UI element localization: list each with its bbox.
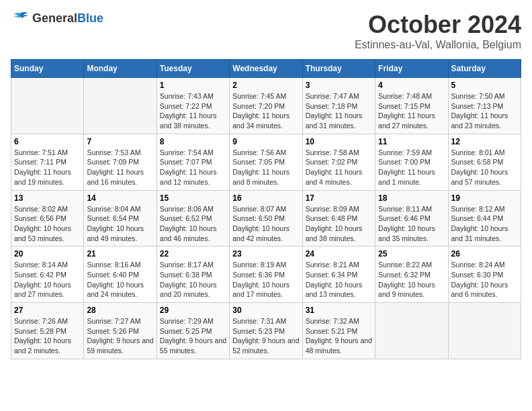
day-number: 10 bbox=[306, 137, 372, 146]
day-sunset: Sunset: 7:09 PM bbox=[87, 158, 139, 166]
day-daylight: Daylight: 10 hours and 53 minutes. bbox=[14, 224, 71, 242]
day-sunrise: Sunrise: 7:56 AM bbox=[232, 148, 286, 156]
calendar-week-row: 6 Sunrise: 7:51 AM Sunset: 7:11 PM Dayli… bbox=[11, 134, 521, 190]
day-daylight: Daylight: 10 hours and 27 minutes. bbox=[14, 281, 71, 299]
day-sunset: Sunset: 6:56 PM bbox=[14, 214, 66, 222]
day-number: 31 bbox=[306, 306, 372, 315]
day-sunset: Sunset: 6:36 PM bbox=[232, 271, 285, 279]
day-sunset: Sunset: 6:48 PM bbox=[306, 214, 358, 222]
table-row bbox=[11, 78, 84, 134]
day-sunrise: Sunrise: 7:48 AM bbox=[378, 92, 432, 100]
table-row: 28 Sunrise: 7:27 AM Sunset: 5:26 PM Dayl… bbox=[84, 303, 157, 359]
day-sunrise: Sunrise: 8:16 AM bbox=[87, 261, 140, 269]
day-daylight: Daylight: 10 hours and 49 minutes. bbox=[87, 224, 144, 242]
day-sunrise: Sunrise: 8:06 AM bbox=[160, 205, 214, 213]
table-row: 13 Sunrise: 8:02 AM Sunset: 6:56 PM Dayl… bbox=[11, 190, 84, 246]
header-wednesday: Wednesday bbox=[230, 60, 302, 78]
table-row: 31 Sunrise: 7:32 AM Sunset: 5:21 PM Dayl… bbox=[302, 303, 375, 359]
day-sunset: Sunset: 7:22 PM bbox=[160, 102, 212, 110]
header-sunday: Sunday bbox=[11, 60, 84, 78]
logo-text: GeneralBlue bbox=[32, 11, 103, 26]
day-sunrise: Sunrise: 7:31 AM bbox=[232, 317, 286, 325]
day-sunset: Sunset: 5:26 PM bbox=[87, 327, 139, 335]
day-sunset: Sunset: 6:40 PM bbox=[87, 271, 139, 279]
day-daylight: Daylight: 11 hours and 34 minutes. bbox=[232, 111, 290, 130]
day-daylight: Daylight: 10 hours and 9 minutes. bbox=[378, 281, 435, 299]
logo-blue: Blue bbox=[77, 11, 103, 25]
day-number: 13 bbox=[14, 193, 81, 203]
title-block: October 2024 Estinnes-au-Val, Wallonia, … bbox=[355, 11, 521, 51]
day-sunrise: Sunrise: 7:51 AM bbox=[14, 148, 68, 156]
day-daylight: Daylight: 10 hours and 38 minutes. bbox=[306, 224, 363, 242]
day-sunset: Sunset: 5:21 PM bbox=[306, 327, 358, 335]
day-sunrise: Sunrise: 8:01 AM bbox=[451, 148, 505, 156]
location-title: Estinnes-au-Val, Wallonia, Belgium bbox=[355, 39, 521, 51]
table-row bbox=[375, 303, 448, 359]
day-number: 7 bbox=[87, 137, 153, 146]
day-sunset: Sunset: 6:38 PM bbox=[160, 271, 212, 279]
day-daylight: Daylight: 10 hours and 31 minutes. bbox=[451, 224, 508, 242]
header-monday: Monday bbox=[84, 60, 157, 78]
day-daylight: Daylight: 11 hours and 38 minutes. bbox=[160, 111, 217, 130]
day-daylight: Daylight: 11 hours and 8 minutes. bbox=[232, 168, 290, 186]
table-row: 3 Sunrise: 7:47 AM Sunset: 7:18 PM Dayli… bbox=[302, 78, 375, 134]
day-sunset: Sunset: 7:02 PM bbox=[306, 158, 358, 166]
day-number: 2 bbox=[232, 81, 299, 90]
table-row: 24 Sunrise: 8:21 AM Sunset: 6:34 PM Dayl… bbox=[302, 246, 375, 303]
day-sunrise: Sunrise: 7:29 AM bbox=[160, 317, 214, 325]
day-daylight: Daylight: 10 hours and 35 minutes. bbox=[378, 224, 435, 242]
day-number: 30 bbox=[232, 306, 299, 315]
logo-general: General bbox=[32, 11, 77, 25]
day-number: 6 bbox=[14, 137, 81, 146]
table-row: 10 Sunrise: 7:58 AM Sunset: 7:02 PM Dayl… bbox=[302, 134, 375, 190]
day-sunrise: Sunrise: 7:26 AM bbox=[14, 317, 68, 325]
table-row: 1 Sunrise: 7:43 AM Sunset: 7:22 PM Dayli… bbox=[157, 78, 229, 134]
calendar-week-row: 1 Sunrise: 7:43 AM Sunset: 7:22 PM Dayli… bbox=[11, 78, 521, 134]
day-sunrise: Sunrise: 8:17 AM bbox=[160, 261, 214, 269]
day-sunrise: Sunrise: 7:54 AM bbox=[160, 148, 214, 156]
day-daylight: Daylight: 9 hours and 48 minutes. bbox=[306, 336, 372, 355]
day-sunrise: Sunrise: 8:24 AM bbox=[451, 261, 505, 269]
table-row: 9 Sunrise: 7:56 AM Sunset: 7:05 PM Dayli… bbox=[230, 134, 302, 190]
day-daylight: Daylight: 10 hours and 17 minutes. bbox=[232, 281, 290, 299]
table-row: 11 Sunrise: 7:59 AM Sunset: 7:00 PM Dayl… bbox=[375, 134, 448, 190]
calendar-week-row: 20 Sunrise: 8:14 AM Sunset: 6:42 PM Dayl… bbox=[11, 246, 521, 303]
day-sunset: Sunset: 5:25 PM bbox=[160, 327, 212, 335]
day-sunrise: Sunrise: 7:59 AM bbox=[378, 148, 432, 156]
calendar-week-row: 27 Sunrise: 7:26 AM Sunset: 5:28 PM Dayl… bbox=[11, 303, 521, 359]
day-sunrise: Sunrise: 7:43 AM bbox=[160, 92, 214, 100]
day-number: 9 bbox=[232, 137, 299, 146]
day-daylight: Daylight: 10 hours and 24 minutes. bbox=[87, 281, 144, 299]
day-number: 16 bbox=[232, 193, 299, 203]
calendar-week-row: 13 Sunrise: 8:02 AM Sunset: 6:56 PM Dayl… bbox=[11, 190, 521, 246]
day-sunrise: Sunrise: 8:09 AM bbox=[306, 205, 359, 213]
day-sunset: Sunset: 6:42 PM bbox=[14, 271, 66, 279]
table-row: 15 Sunrise: 8:06 AM Sunset: 6:52 PM Dayl… bbox=[157, 190, 229, 246]
day-number: 23 bbox=[232, 249, 299, 259]
day-number: 17 bbox=[306, 193, 372, 203]
day-sunrise: Sunrise: 8:21 AM bbox=[306, 261, 359, 269]
table-row: 23 Sunrise: 8:19 AM Sunset: 6:36 PM Dayl… bbox=[230, 246, 302, 303]
day-sunset: Sunset: 6:30 PM bbox=[451, 271, 504, 279]
day-daylight: Daylight: 9 hours and 52 minutes. bbox=[232, 336, 299, 355]
day-sunset: Sunset: 6:58 PM bbox=[451, 158, 504, 166]
day-number: 21 bbox=[87, 249, 153, 259]
day-sunset: Sunset: 6:34 PM bbox=[306, 271, 358, 279]
day-sunset: Sunset: 6:46 PM bbox=[378, 214, 431, 222]
day-number: 18 bbox=[378, 193, 445, 203]
logo: GeneralBlue bbox=[11, 11, 103, 26]
table-row: 12 Sunrise: 8:01 AM Sunset: 6:58 PM Dayl… bbox=[448, 134, 521, 190]
day-daylight: Daylight: 9 hours and 55 minutes. bbox=[160, 336, 226, 355]
header-friday: Friday bbox=[375, 60, 448, 78]
day-daylight: Daylight: 11 hours and 19 minutes. bbox=[14, 168, 71, 186]
page-header: GeneralBlue October 2024 Estinnes-au-Val… bbox=[11, 11, 521, 51]
day-sunset: Sunset: 6:50 PM bbox=[232, 214, 285, 222]
table-row: 22 Sunrise: 8:17 AM Sunset: 6:38 PM Dayl… bbox=[157, 246, 229, 303]
day-number: 3 bbox=[306, 81, 372, 90]
table-row: 6 Sunrise: 7:51 AM Sunset: 7:11 PM Dayli… bbox=[11, 134, 84, 190]
logo-bird-icon bbox=[11, 11, 30, 26]
table-row: 29 Sunrise: 7:29 AM Sunset: 5:25 PM Dayl… bbox=[157, 303, 229, 359]
table-row: 16 Sunrise: 8:07 AM Sunset: 6:50 PM Dayl… bbox=[230, 190, 302, 246]
day-number: 1 bbox=[160, 81, 226, 90]
day-number: 22 bbox=[160, 249, 226, 259]
